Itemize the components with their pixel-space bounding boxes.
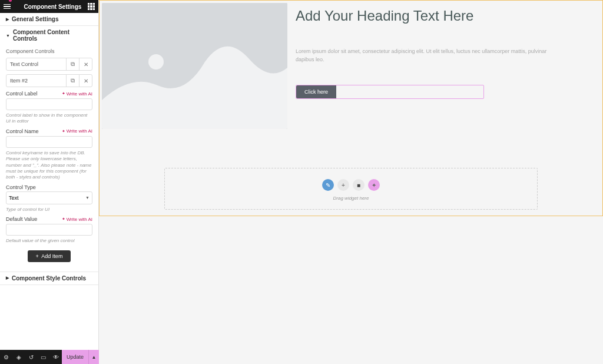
control-item-label: Text Control [6,58,66,70]
accordion-content: ▼ Component Content Controls Component C… [0,26,98,272]
help-text: Control key/name to save into the DB. Pl… [6,150,92,181]
hero-row: Add Your Heading Text Here Lorem ipsum d… [100,1,602,131]
ai-sparkle-icon[interactable]: ✦ [368,179,380,191]
update-button[interactable]: Update [62,350,88,364]
select-value: Text [9,195,19,201]
control-item[interactable]: Text Control ⧉ ✕ [6,58,92,71]
caret-down-icon: ▼ [6,34,10,38]
caret-right-icon: ▶ [6,276,9,280]
help-text: Default value of the given control [6,238,92,244]
cta-selection-outline: Click here [296,85,484,99]
accordion-header-style[interactable]: ▶ Component Style Controls [0,272,98,284]
control-item-label: Item #2 [6,75,66,87]
hero-heading[interactable]: Add Your Heading Text Here [296,8,547,24]
edit-pencil-icon[interactable]: ✎ [322,179,334,191]
field-label: Default Value [6,216,37,222]
sidebar-header: Component Settings [0,0,98,13]
widget-dropzone[interactable]: ✎ + ■ ✦ Drag widget here [164,168,538,210]
field-label: Control Name [6,128,39,134]
dropzone-actions: ✎ + ■ ✦ [165,179,537,191]
section-label: Component Controls [6,48,92,54]
accordion-header-general[interactable]: ▶ General Settings [0,13,98,25]
layers-icon[interactable]: ◈ [12,350,25,364]
write-with-ai-link[interactable]: Write with AI [62,128,92,134]
update-options-caret[interactable]: ▲ [88,350,99,364]
caret-right-icon: ▶ [6,17,9,22]
duplicate-icon[interactable]: ⧉ [66,58,79,70]
preview-eye-icon[interactable]: 👁 [49,350,62,364]
hamburger-icon[interactable] [4,4,14,9]
field-control-label: Control Label Write with AI [6,91,92,110]
notification-dot [9,0,12,2]
duplicate-icon[interactable]: ⧉ [66,75,79,87]
apps-grid-icon[interactable] [88,3,95,10]
default-value-input[interactable] [6,224,92,236]
accordion-label: Component Content Controls [13,29,92,42]
cta-button[interactable]: Click here [296,85,336,98]
add-item-button[interactable]: + Add Item [28,250,71,262]
accordion-style: ▶ Component Style Controls [0,272,98,285]
control-label-input[interactable] [6,98,92,110]
help-text: Type of control for UI [6,207,92,213]
image-placeholder[interactable] [102,3,287,129]
dropzone-text: Drag widget here [165,196,537,201]
sidebar-title: Component Settings [18,4,88,10]
hero-content: Add Your Heading Text Here Lorem ipsum d… [296,3,600,129]
control-type-select[interactable]: Text ▼ [6,191,92,204]
caret-down-icon: ▼ [85,196,90,200]
svg-point-1 [148,54,164,70]
hero-paragraph[interactable]: Lorem ipsum dolor sit amet, consectetur … [296,48,547,64]
write-with-ai-link[interactable]: Write with AI [62,91,92,97]
write-with-ai-link[interactable]: Write with AI [62,217,92,222]
responsive-icon[interactable]: ▭ [37,350,49,364]
history-icon[interactable]: ↺ [25,350,37,364]
close-icon[interactable]: ✕ [79,75,92,87]
help-text: Control label to show in the component U… [6,112,92,125]
field-control-name: Control Name Write with AI [6,128,92,148]
field-label: Control Type [6,184,36,190]
field-control-type: Control Type Text ▼ [6,184,92,204]
accordion-header-content[interactable]: ▼ Component Content Controls [0,26,98,45]
accordion-label: General Settings [12,16,58,22]
editor-canvas: Add Your Heading Text Here Lorem ipsum d… [99,0,603,364]
accordion-body: Component Controls Text Control ⧉ ✕ Item… [0,45,98,272]
placeholder-mountain-icon [102,3,287,129]
selected-section[interactable]: Add Your Heading Text Here Lorem ipsum d… [99,0,603,216]
field-default-value: Default Value Write with AI [6,216,92,236]
accordion-label: Component Style Controls [12,275,86,282]
control-item[interactable]: Item #2 ⧉ ✕ [6,74,92,87]
template-folder-icon[interactable]: ■ [353,179,365,191]
field-label: Control Label [6,91,38,97]
add-plus-icon[interactable]: + [337,179,349,191]
settings-gear-icon[interactable]: ⚙ [0,350,12,364]
close-icon[interactable]: ✕ [79,58,92,70]
bottom-toolbar: ⚙ ◈ ↺ ▭ 👁 Update ▲ [0,350,99,364]
control-name-input[interactable] [6,136,92,148]
accordion-general: ▶ General Settings [0,13,98,26]
settings-sidebar: Component Settings ▶ General Settings ▼ … [0,0,99,364]
